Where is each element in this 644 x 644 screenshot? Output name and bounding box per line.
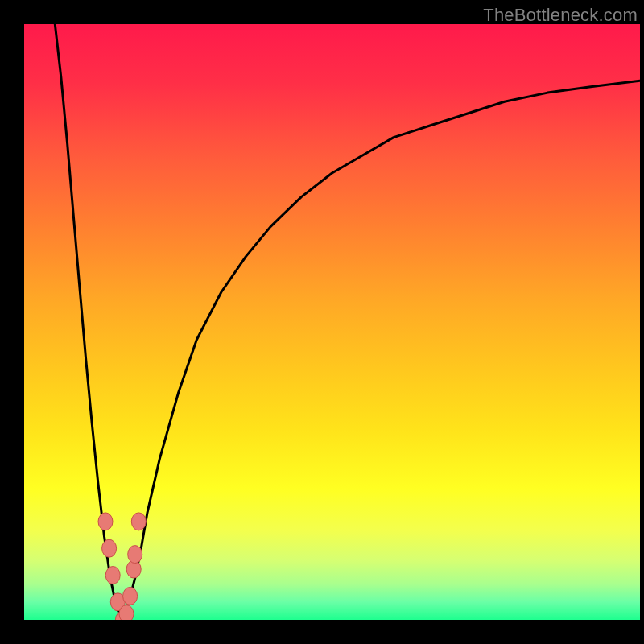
data-markers <box>98 513 146 620</box>
data-marker <box>102 539 117 557</box>
data-marker <box>119 605 134 620</box>
data-marker <box>105 567 120 584</box>
data-marker <box>98 513 113 530</box>
plot-area <box>24 24 640 620</box>
data-marker <box>128 546 142 564</box>
curve-left-branch <box>55 24 122 620</box>
curve-svg <box>24 24 640 620</box>
watermark-text: TheBottleneck.com <box>483 5 638 26</box>
curve-paths <box>55 24 640 620</box>
data-marker <box>131 513 146 530</box>
chart-frame: TheBottleneck.com <box>0 0 644 644</box>
curve-right-branch <box>122 80 640 620</box>
data-marker <box>123 587 138 605</box>
